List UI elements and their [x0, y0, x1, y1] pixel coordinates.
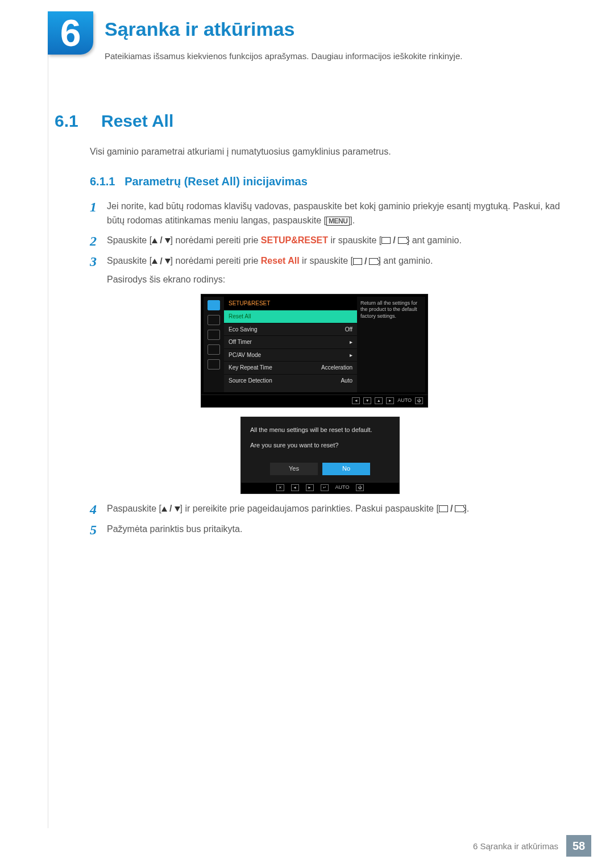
footer-chapter-label: 6 Sąranka ir atkūrimas	[473, 841, 558, 851]
osd-tab-icon	[208, 330, 220, 340]
step-text: Paspauskite [/] ir pereikite prie pageid…	[107, 502, 563, 516]
chapter-title: Sąranka ir atkūrimas	[105, 18, 295, 40]
nav-right-icon: ►	[386, 397, 394, 404]
step-text-part: ir spauskite [	[328, 235, 381, 245]
page-number-badge: 58	[566, 835, 591, 857]
nav-right-icon: ►	[306, 484, 314, 491]
step-text-part: Paspauskite [	[107, 504, 161, 513]
section-body: Visi gaminio parametrai atkuriami į numa…	[90, 147, 563, 157]
step-2: 2 Spauskite [/] norėdami pereiti prie SE…	[90, 234, 563, 248]
osd-menu-header: SETUP&RESET	[224, 297, 357, 310]
enter-icon: /	[439, 504, 464, 513]
setup-reset-label: SETUP&RESET	[261, 235, 328, 245]
nav-down-icon: ▼	[363, 397, 371, 404]
step-text-part: ] norėdami pereiti prie	[171, 256, 261, 265]
step-number: 5	[90, 522, 107, 537]
menu-key-icon: MENU	[326, 217, 350, 226]
osd-screenshot: SETUP&RESET Reset All Eco SavingOff Off …	[201, 294, 428, 408]
up-down-icon: /	[152, 257, 170, 266]
step-number: 2	[90, 234, 107, 248]
confirm-text-line: All the menu settings will be reset to d…	[250, 425, 390, 435]
step-text: Jei norite, kad būtų rodomas klavišų vad…	[107, 200, 563, 228]
step-text-part: ] ant gaminio.	[407, 235, 462, 245]
up-down-icon: /	[152, 236, 170, 245]
step-text-part: ir spauskite [	[300, 256, 353, 265]
step-text: Spauskite [/] norėdami pereiti prie Rese…	[107, 254, 563, 494]
step-text: Pažymėta parinktis bus pritaikyta.	[107, 522, 563, 537]
page-footer: 6 Sąranka ir atkūrimas 58	[473, 835, 591, 857]
step-3: 3 Spauskite [/] norėdami pereiti prie Re…	[90, 254, 563, 494]
subsection-title: Parametrų (Reset All) inicijavimas	[125, 175, 308, 188]
osd-menu-row-selected: Reset All	[224, 310, 357, 323]
osd-tab-icon	[208, 344, 220, 355]
step-number: 4	[90, 502, 107, 517]
confirm-text-line: Are you sure you want to reset?	[250, 441, 390, 450]
osd-menu-row: PC/AV Mode▸	[224, 348, 357, 362]
nav-auto-label: AUTO	[335, 484, 350, 492]
nav-left-icon: ◄	[352, 397, 360, 404]
nav-auto-label: AUTO	[397, 397, 412, 405]
step-text-part: Spauskite [	[107, 235, 152, 245]
osd-nav-bar: ◄ ▼ ▲ ► AUTO ⏻	[201, 395, 428, 408]
nav-power-icon: ⏻	[415, 397, 423, 404]
nav-up-icon: ▲	[375, 397, 383, 404]
osd-menu-row: Key Repeat TimeAcceleration	[224, 361, 357, 374]
confirm-nav-bar: ✕ ◄ ► ↵ AUTO ⏻	[240, 483, 400, 494]
up-down-icon: /	[161, 504, 180, 513]
step-text-part: ] norėdami pereiti prie	[171, 235, 261, 245]
left-margin-rule	[48, 11, 48, 828]
confirm-yes-button: Yes	[270, 463, 318, 475]
step-1: 1 Jei norite, kad būtų rodomas klavišų v…	[90, 200, 563, 228]
nav-enter-icon: ↵	[321, 484, 329, 491]
step-4: 4 Paspauskite [/] ir pereikite prie page…	[90, 502, 563, 517]
subsection-number: 6.1.1	[90, 175, 115, 188]
nav-left-icon: ◄	[291, 484, 299, 491]
step-number: 1	[90, 200, 107, 214]
chapter-number-badge: 6	[48, 11, 93, 55]
confirm-dialog-screenshot: All the menu settings will be reset to d…	[240, 417, 400, 494]
enter-icon: /	[353, 257, 378, 266]
step-text-part: Spauskite [	[107, 256, 152, 265]
nav-close-icon: ✕	[276, 484, 284, 491]
osd-sidebar	[204, 297, 224, 392]
enter-icon: /	[381, 236, 406, 245]
step-text: Spauskite [/] norėdami pereiti prie SETU…	[107, 234, 563, 248]
osd-menu-list: SETUP&RESET Reset All Eco SavingOff Off …	[224, 297, 357, 392]
reset-all-label: Reset All	[261, 256, 300, 265]
step-text-part: Pasirodys šis ekrano rodinys:	[107, 273, 563, 287]
step-text-part: ].	[350, 215, 355, 225]
osd-tab-icon	[208, 359, 220, 369]
osd-tab-icon	[208, 300, 220, 310]
step-text-part: ] ir pereikite prie pageidaujamos parink…	[180, 504, 439, 513]
subsection-heading: 6.1.1 Parametrų (Reset All) inicijavimas	[90, 175, 563, 188]
step-number: 3	[90, 254, 107, 269]
step-5: 5 Pažymėta parinktis bus pritaikyta.	[90, 522, 563, 537]
confirm-no-button: No	[322, 463, 370, 475]
osd-menu-row: Source DetectionAuto	[224, 374, 357, 387]
step-text-part: ] ant gaminio.	[378, 256, 433, 265]
osd-tab-icon	[208, 315, 220, 325]
osd-menu-row: Off Timer▸	[224, 335, 357, 348]
osd-help-text: Return all the settings for the product …	[357, 297, 425, 392]
nav-power-icon: ⏻	[356, 484, 364, 491]
section-number: 6.1	[55, 111, 78, 131]
section-title: Reset All	[101, 111, 173, 131]
osd-menu-row: Eco SavingOff	[224, 323, 357, 336]
chapter-description: Pateikiamas išsamus kiekvienos funkcijos…	[105, 51, 462, 61]
